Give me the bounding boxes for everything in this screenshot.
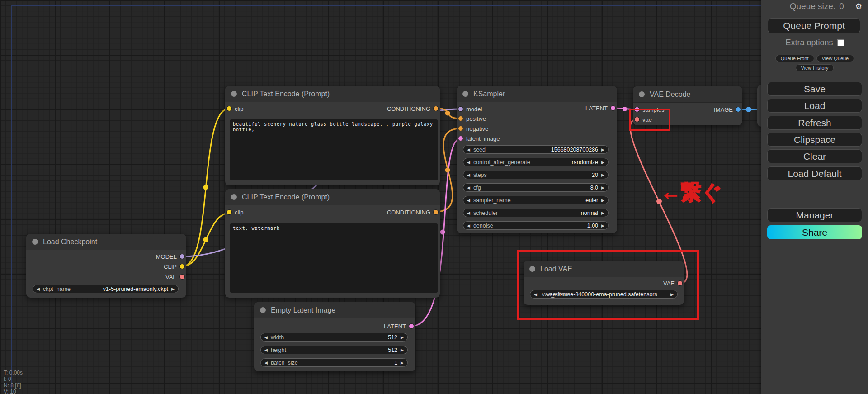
clipspace-button[interactable]: Clipspace bbox=[767, 133, 862, 147]
collapse-dot-icon[interactable] bbox=[639, 91, 645, 97]
prev-value-icon[interactable]: ◀ bbox=[467, 160, 470, 165]
node-title-bar[interactable]: CLIP Text Encode (Prompt) bbox=[225, 86, 440, 102]
positive-input-dot[interactable] bbox=[458, 116, 463, 121]
node-title-bar[interactable]: CLIP Text Encode (Prompt) bbox=[225, 189, 440, 205]
next-value-icon[interactable]: ▶ bbox=[601, 223, 604, 228]
image-output-dot[interactable] bbox=[736, 107, 741, 112]
output-slot-vae[interactable]: VAE bbox=[165, 273, 184, 281]
link-dot[interactable] bbox=[746, 107, 751, 112]
prev-value-icon[interactable]: ◀ bbox=[467, 211, 470, 215]
load-button[interactable]: Load bbox=[767, 99, 862, 113]
link-dot[interactable] bbox=[623, 107, 627, 111]
comfyui-canvas[interactable]: Load Checkpoint MODEL CLIP VAE ◀ ckpt_na… bbox=[0, 0, 868, 394]
link-dot[interactable] bbox=[445, 168, 450, 173]
widget-steps[interactable]: ◀ steps 20 ▶ bbox=[463, 171, 609, 179]
prev-value-icon[interactable]: ◀ bbox=[467, 185, 470, 190]
collapse-dot-icon[interactable] bbox=[462, 91, 468, 97]
widget-width[interactable]: ◀ width 512 ▶ bbox=[260, 333, 408, 342]
input-slot-model[interactable]: model bbox=[458, 105, 482, 113]
model-input-dot[interactable] bbox=[458, 107, 463, 111]
link-dot[interactable] bbox=[203, 237, 208, 242]
output-slot-conditioning[interactable]: CONDITIONING bbox=[387, 104, 438, 113]
prompt-textarea[interactable]: text, watermark bbox=[230, 223, 438, 293]
load-default-button[interactable]: Load Default bbox=[767, 166, 862, 180]
widget-denoise[interactable]: ◀ denoise 1.00 ▶ bbox=[463, 221, 609, 230]
collapse-dot-icon[interactable] bbox=[32, 239, 38, 245]
prev-value-icon[interactable]: ◀ bbox=[37, 287, 40, 291]
prev-value-icon[interactable]: ◀ bbox=[264, 361, 268, 365]
node-title-bar[interactable]: Empty Latent Image bbox=[254, 302, 415, 318]
next-value-icon[interactable]: ▶ bbox=[401, 335, 404, 340]
model-output-dot[interactable] bbox=[180, 254, 184, 259]
widget-scheduler[interactable]: ◀ scheduler normal ▶ bbox=[463, 209, 609, 217]
clip-output-dot[interactable] bbox=[180, 264, 184, 269]
share-button[interactable]: Share bbox=[767, 225, 862, 239]
view-history-button[interactable]: View History bbox=[796, 64, 834, 71]
input-slot-clip[interactable]: clip bbox=[227, 208, 244, 216]
refresh-button[interactable]: Refresh bbox=[767, 116, 862, 130]
next-value-icon[interactable]: ▶ bbox=[601, 185, 604, 190]
node-clip-text-encode-negative[interactable]: CLIP Text Encode (Prompt) clip CONDITION… bbox=[225, 189, 440, 298]
link-dot[interactable] bbox=[440, 230, 445, 235]
link-dot[interactable] bbox=[203, 185, 208, 190]
next-value-icon[interactable]: ▶ bbox=[171, 287, 175, 291]
next-value-icon[interactable]: ▶ bbox=[601, 173, 604, 177]
next-value-icon[interactable]: ▶ bbox=[601, 147, 604, 152]
vae-output-dot[interactable] bbox=[180, 275, 184, 279]
output-slot-conditioning[interactable]: CONDITIONING bbox=[387, 208, 438, 216]
latent-input-dot[interactable] bbox=[458, 136, 463, 141]
clear-button[interactable]: Clear bbox=[767, 149, 862, 163]
prev-value-icon[interactable]: ◀ bbox=[467, 223, 470, 228]
widget-control-after-generate[interactable]: ◀ control_after_generate randomize ▶ bbox=[463, 158, 609, 166]
collapse-dot-icon[interactable] bbox=[231, 91, 237, 97]
output-slot-latent[interactable]: LATENT bbox=[384, 322, 414, 330]
node-ksampler[interactable]: KSampler model positive negative latent_… bbox=[457, 86, 617, 233]
prev-value-icon[interactable]: ◀ bbox=[264, 335, 268, 340]
comfy-menu[interactable]: Queue size: 0 ⚙ Queue Prompt Extra optio… bbox=[761, 0, 868, 394]
widget-ckpt-name[interactable]: ◀ ckpt_name v1-5-pruned-emaonly.ckpt ▶ bbox=[33, 285, 179, 293]
queue-prompt-button[interactable]: Queue Prompt bbox=[768, 18, 860, 33]
widget-sampler-name[interactable]: ◀ sampler_name euler ▶ bbox=[463, 196, 609, 204]
widget-height[interactable]: ◀ height 512 ▶ bbox=[260, 346, 408, 354]
output-slot-model[interactable]: MODEL bbox=[156, 252, 184, 261]
latent-output-dot[interactable] bbox=[611, 106, 615, 110]
output-slot-latent[interactable]: LATENT bbox=[585, 104, 615, 112]
clip-input-dot[interactable] bbox=[227, 210, 231, 214]
save-button[interactable]: Save bbox=[767, 82, 862, 96]
widget-seed[interactable]: ◀ seed 156680208700286 ▶ bbox=[463, 145, 609, 154]
next-value-icon[interactable]: ▶ bbox=[401, 348, 404, 352]
node-load-checkpoint[interactable]: Load Checkpoint MODEL CLIP VAE ◀ ckpt_na… bbox=[26, 234, 186, 298]
prompt-textarea[interactable]: beautiful scenery nature glass bottle la… bbox=[230, 119, 438, 180]
next-value-icon[interactable]: ▶ bbox=[601, 198, 604, 203]
input-slot-latent-image[interactable]: latent_image bbox=[458, 134, 500, 142]
latent-output-dot[interactable] bbox=[409, 324, 414, 328]
clip-input-dot[interactable] bbox=[227, 106, 231, 111]
link-dot[interactable] bbox=[445, 111, 450, 116]
next-value-icon[interactable]: ▶ bbox=[401, 361, 404, 365]
prev-value-icon[interactable]: ◀ bbox=[467, 147, 470, 152]
widget-batch-size[interactable]: ◀ batch_size 1 ▶ bbox=[260, 358, 408, 367]
node-clip-text-encode-positive[interactable]: CLIP Text Encode (Prompt) clip CONDITION… bbox=[225, 86, 440, 185]
node-empty-latent-image[interactable]: Empty Latent Image LATENT ◀ width 512 ▶ … bbox=[254, 302, 415, 371]
view-queue-button[interactable]: View Queue bbox=[816, 55, 854, 62]
extra-options-checkbox[interactable] bbox=[837, 39, 844, 46]
negative-input-dot[interactable] bbox=[458, 126, 463, 131]
collapse-dot-icon[interactable] bbox=[231, 194, 237, 200]
prev-value-icon[interactable]: ◀ bbox=[264, 348, 268, 352]
input-slot-clip[interactable]: clip bbox=[227, 104, 244, 113]
input-slot-positive[interactable]: positive bbox=[458, 114, 486, 123]
settings-gear-icon[interactable]: ⚙ bbox=[855, 2, 862, 11]
node-title-bar[interactable]: VAE Decode bbox=[633, 86, 742, 103]
next-value-icon[interactable]: ▶ bbox=[601, 160, 604, 165]
conditioning-output-dot[interactable] bbox=[434, 210, 438, 214]
output-slot-clip[interactable]: CLIP bbox=[164, 262, 184, 271]
input-slot-negative[interactable]: negative bbox=[458, 124, 488, 133]
prev-value-icon[interactable]: ◀ bbox=[467, 198, 470, 203]
widget-cfg[interactable]: ◀ cfg 8.0 ▶ bbox=[463, 183, 609, 192]
manager-button[interactable]: Manager bbox=[767, 208, 862, 222]
prev-value-icon[interactable]: ◀ bbox=[467, 173, 470, 177]
queue-front-button[interactable]: Queue Front bbox=[775, 55, 814, 62]
next-value-icon[interactable]: ▶ bbox=[601, 211, 604, 215]
node-title-bar[interactable]: Load Checkpoint bbox=[26, 234, 186, 250]
node-title-bar[interactable]: KSampler bbox=[457, 86, 617, 102]
